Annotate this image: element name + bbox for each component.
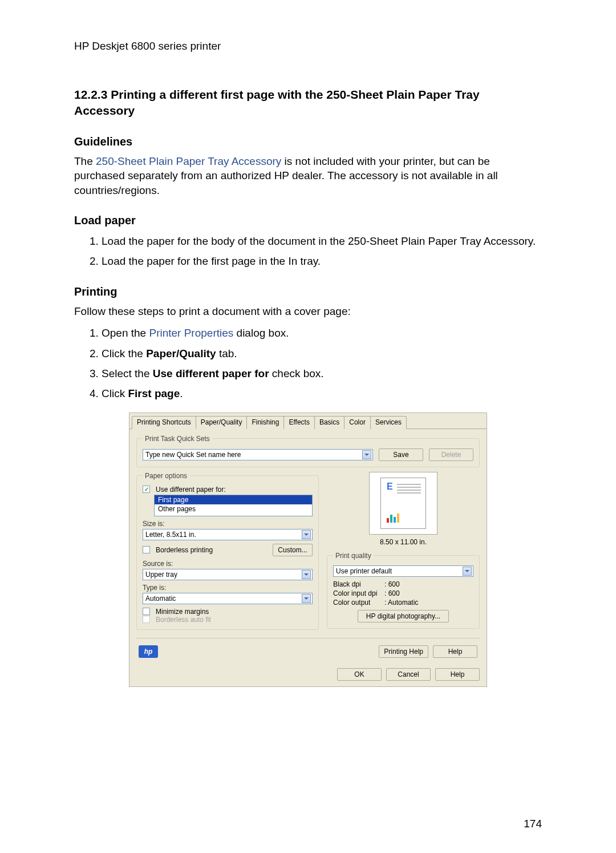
tab-basics[interactable]: Basics: [314, 416, 345, 429]
minimize-margins-label: Minimize margins: [156, 608, 209, 616]
use-different-paper-label: Use different paper for:: [156, 486, 226, 494]
minimize-margins-checkbox[interactable]: [143, 608, 150, 615]
printing-intro: Follow these steps to print a document w…: [74, 304, 542, 319]
quicksets-legend: Print Task Quick Sets: [143, 435, 212, 443]
tab-effects[interactable]: Effects: [283, 416, 314, 429]
chevron-down-icon[interactable]: [302, 570, 311, 579]
bold-text: Use different paper for: [153, 367, 269, 379]
tab-printing-shortcuts[interactable]: Printing Shortcuts: [132, 416, 196, 429]
black-dpi-label: Black dpi: [333, 580, 384, 588]
quickset-name-combo[interactable]: Type new Quick Set name here: [143, 449, 373, 460]
type-label: Type is:: [143, 584, 313, 592]
printer-name: HP Deskjet 6800 series printer: [74, 40, 542, 52]
preview-dimensions: 8.50 x 11.00 in.: [327, 538, 480, 546]
text: Click: [102, 387, 128, 399]
chevron-down-icon[interactable]: [302, 530, 311, 539]
tab-color[interactable]: Color: [344, 416, 371, 429]
ok-button[interactable]: OK: [337, 668, 382, 681]
color-output-value: : Automatic: [384, 599, 418, 607]
list-item: Load the paper for the body of the docum…: [102, 233, 542, 249]
hp-logo-icon: hp: [139, 645, 158, 658]
tab-services[interactable]: Services: [370, 416, 407, 429]
color-output-info: Color output : Automatic: [333, 599, 473, 607]
text: Select the: [102, 367, 153, 379]
borderless-printing-label: Borderless printing: [156, 546, 213, 554]
help-button-bottom[interactable]: Help: [435, 668, 480, 681]
print-quality-value: Use printer default: [336, 567, 392, 575]
borderless-autofit-row: Borderless auto fit: [143, 616, 313, 624]
text-lines-icon: [397, 484, 421, 495]
list-item: Open the Printer Properties dialog box.: [102, 325, 542, 341]
list-item-other-pages[interactable]: Other pages: [155, 504, 312, 514]
quickset-name-value: Type new Quick Set name here: [145, 451, 241, 459]
printer-properties-dialog: Printing Shortcuts Paper/Quality Finishi…: [129, 413, 487, 687]
guidelines-heading: Guidelines: [74, 135, 542, 148]
text: check box.: [269, 367, 324, 379]
guidelines-paragraph: The 250-Sheet Plain Paper Tray Accessory…: [74, 154, 542, 198]
printing-help-button[interactable]: Printing Help: [379, 645, 428, 658]
print-quality-legend: Print quality: [333, 552, 374, 560]
panel-footer: hp Printing Help Help: [136, 642, 480, 659]
right-column: E 8.50 x 11.00 in.: [327, 472, 480, 634]
bold-text: First page: [128, 387, 180, 399]
minimize-margins-row[interactable]: Minimize margins: [143, 608, 313, 616]
black-dpi-info: Black dpi : 600: [333, 580, 473, 588]
chevron-down-icon[interactable]: [463, 567, 472, 576]
borderless-printing-checkbox[interactable]: [143, 546, 150, 553]
list-item: Select the Use different paper for check…: [102, 365, 542, 382]
list-item-first-page[interactable]: First page: [155, 495, 312, 504]
source-combo[interactable]: Upper tray: [143, 569, 313, 580]
separator: [136, 638, 480, 638]
delete-button: Delete: [429, 448, 473, 461]
type-combo[interactable]: Automatic: [143, 593, 313, 604]
text: Open the: [102, 327, 149, 339]
tab-panel: Print Task Quick Sets Type new Quick Set…: [129, 429, 487, 661]
list-item: Click First page.: [102, 385, 542, 402]
load-paper-heading: Load paper: [74, 214, 542, 227]
text: The: [74, 155, 96, 167]
cancel-button[interactable]: Cancel: [386, 668, 431, 681]
document-page: HP Deskjet 6800 series printer 12.2.3 Pr…: [0, 0, 616, 853]
list-item: Click the Paper/Quality tab.: [102, 345, 542, 362]
save-button[interactable]: Save: [379, 448, 423, 461]
borderless-autofit-checkbox: [143, 616, 150, 623]
text: Click the: [102, 347, 146, 359]
size-combo[interactable]: Letter, 8.5x11 in.: [143, 529, 313, 540]
paper-options-group: Paper options Use different paper for: F…: [136, 472, 319, 630]
dialog-buttons: OK Cancel Help: [129, 664, 487, 681]
print-quality-group: Print quality Use printer default Black …: [327, 552, 480, 629]
color-dpi-label: Color input dpi: [333, 589, 384, 597]
color-output-label: Color output: [333, 599, 384, 607]
help-button[interactable]: Help: [433, 645, 477, 658]
use-different-paper-row[interactable]: Use different paper for:: [143, 486, 313, 494]
tab-paper-quality[interactable]: Paper/Quality: [196, 416, 248, 429]
borderless-autofit-label: Borderless auto fit: [156, 616, 211, 624]
size-value: Letter, 8.5x11 in.: [145, 531, 196, 539]
size-label: Size is:: [143, 520, 313, 528]
chevron-down-icon[interactable]: [302, 594, 311, 603]
printer-properties-link[interactable]: Printer Properties: [149, 327, 233, 339]
quicksets-group: Print Task Quick Sets Type new Quick Set…: [136, 435, 480, 467]
printing-heading: Printing: [74, 285, 542, 298]
black-dpi-value: : 600: [384, 580, 400, 588]
tab-finishing[interactable]: Finishing: [246, 416, 284, 429]
bar-chart-icon: [387, 514, 399, 523]
custom-button[interactable]: Custom...: [273, 544, 313, 556]
type-value: Automatic: [145, 595, 176, 603]
chevron-down-icon[interactable]: [362, 450, 371, 459]
text: .: [180, 387, 183, 399]
accessory-link[interactable]: 250-Sheet Plain Paper Tray Accessory: [96, 155, 281, 167]
load-paper-steps: Load the paper for the body of the docum…: [74, 233, 542, 270]
page-selection-listbox[interactable]: First page Other pages: [154, 495, 313, 516]
source-value: Upper tray: [145, 571, 177, 579]
text: tab.: [216, 347, 237, 359]
use-different-paper-checkbox[interactable]: [143, 486, 150, 493]
printing-steps: Open the Printer Properties dialog box. …: [74, 325, 542, 402]
list-item: Load the paper for the first page in the…: [102, 253, 542, 269]
borderless-printing-row[interactable]: Borderless printing: [143, 546, 213, 554]
hp-digital-photography-button[interactable]: HP digital photography...: [358, 610, 449, 622]
source-label: Source is:: [143, 560, 313, 568]
print-quality-combo[interactable]: Use printer default: [333, 565, 473, 577]
page-preview: E: [369, 472, 437, 535]
dialog-figure: Printing Shortcuts Paper/Quality Finishi…: [74, 413, 542, 687]
